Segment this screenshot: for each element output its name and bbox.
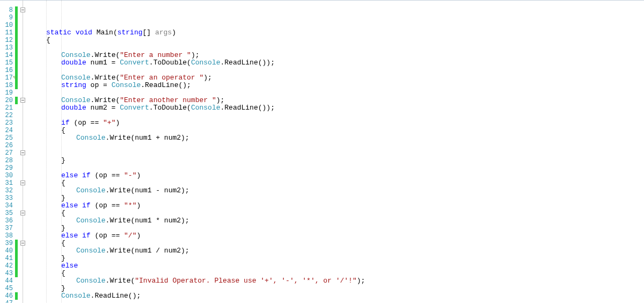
fold-toggle-icon[interactable] — [20, 241, 25, 246]
token-punc: . — [141, 81, 145, 89]
code-line[interactable] — [31, 300, 644, 303]
code-line[interactable]: else if (op == "-") — [31, 172, 644, 179]
line-number: 47 — [0, 300, 13, 303]
indent-guide — [61, 1, 62, 303]
code-line[interactable]: Console.Write("Invalid Operator. Please … — [31, 277, 644, 285]
token-kw: static — [46, 28, 71, 37]
code-line[interactable]: Console.Write(num1 - num2); — [31, 187, 644, 194]
line-number: 10 — [0, 21, 13, 29]
token-id: Write — [94, 96, 115, 104]
code-line[interactable]: { — [31, 127, 644, 134]
token-str: "Enter another number " — [120, 96, 216, 104]
code-line[interactable]: } — [31, 285, 644, 292]
code-line[interactable]: Console.Write("Enter an operator "); — [31, 74, 644, 82]
token-punc: ( — [187, 104, 191, 112]
code-line[interactable]: { — [31, 240, 644, 247]
token-type: Console — [76, 186, 106, 194]
code-line[interactable]: Console.Write("Enter another number "); — [31, 97, 644, 104]
token-punc: (); — [178, 81, 191, 89]
code-line[interactable]: Console.Write("Enter a number "); — [31, 52, 644, 59]
code-editor[interactable]: 8910111213141516171819202122232425262728… — [0, 0, 644, 303]
code-line[interactable]: } — [31, 157, 644, 164]
line-number: 34 — [0, 202, 13, 210]
code-line[interactable]: { — [31, 270, 644, 277]
code-line[interactable]: { — [31, 37, 644, 44]
token-kw: if — [82, 232, 91, 240]
token-str: "-" — [124, 171, 136, 179]
code-line[interactable]: double num2 = Convert.ToDouble(Console.R… — [31, 104, 644, 112]
token-type: Console — [61, 292, 91, 300]
token-punc: { — [61, 209, 65, 217]
line-number: 13 — [0, 44, 13, 52]
code-line[interactable] — [31, 149, 644, 157]
code-line[interactable]: } — [31, 194, 644, 202]
code-line[interactable]: { — [31, 210, 644, 217]
line-number: 11 — [0, 29, 13, 37]
code-line[interactable] — [31, 67, 644, 74]
codelens-references[interactable]: 0 references — [46, 0, 81, 1]
code-line[interactable]: else if (op == "/") — [31, 232, 644, 240]
line-number: 14 — [0, 52, 13, 59]
token-punc: { — [61, 239, 65, 247]
code-line[interactable]: } — [31, 225, 644, 232]
line-number: 21 — [0, 104, 13, 112]
token-id — [78, 201, 82, 210]
token-str: "Invalid Operator. Please use '+', '-', … — [135, 277, 356, 285]
code-line[interactable]: Console.Write(num1 * num2); — [31, 217, 644, 225]
fold-toggle-icon[interactable] — [20, 98, 25, 103]
code-line[interactable]: } — [31, 255, 644, 262]
token-id: num2 = — [86, 104, 120, 112]
token-type: Console — [61, 96, 91, 104]
token-id: ReadLine — [224, 104, 258, 112]
code-line[interactable]: Console.Write(num1 + num2); — [31, 134, 644, 142]
code-line[interactable] — [31, 142, 644, 149]
token-punc: (num1 + num2); — [130, 134, 189, 142]
fold-toggle-icon[interactable] — [20, 150, 25, 155]
code-line[interactable]: string op = Console.ReadLine(); — [31, 82, 644, 89]
token-id: (op == — [91, 232, 124, 240]
code-line[interactable]: else if (op == "*") — [31, 202, 644, 210]
token-punc: ) — [136, 171, 141, 179]
code-line[interactable] — [31, 89, 644, 97]
token-punc: } — [61, 254, 65, 262]
token-type: Console — [191, 104, 221, 112]
line-number: 26 — [0, 142, 13, 149]
token-punc: ); — [191, 51, 200, 59]
token-id — [78, 232, 82, 240]
line-number: 36 — [0, 217, 13, 225]
code-line[interactable]: Console.ReadLine(); — [31, 292, 644, 300]
code-line[interactable]: Console.Write(num1 / num2); — [31, 247, 644, 255]
token-id: Write — [94, 51, 115, 59]
fold-toggle-icon[interactable] — [20, 181, 25, 185]
token-id: Write — [109, 186, 130, 194]
token-id — [78, 171, 82, 179]
token-type: Console — [76, 134, 106, 142]
token-punc: { — [46, 36, 50, 44]
code-lines[interactable]: static void Main(string[] args){Console.… — [31, 23, 644, 303]
line-number: 24 — [0, 127, 13, 134]
token-param: args — [155, 28, 172, 37]
code-line[interactable] — [31, 112, 644, 119]
line-number: 28 — [0, 157, 13, 164]
line-number: 29 — [0, 164, 13, 172]
line-number: 45 — [0, 285, 13, 292]
outline-fold-bar[interactable] — [18, 1, 29, 303]
code-area[interactable]: 0 references static void Main(string[] a… — [29, 1, 644, 303]
code-line[interactable] — [31, 44, 644, 52]
token-punc: ()); — [258, 104, 275, 112]
code-line[interactable]: double num1 = Convert.ToDouble(Console.R… — [31, 59, 644, 67]
token-kw: void — [76, 28, 92, 37]
token-punc: ( — [113, 28, 118, 37]
token-kw: else — [61, 232, 78, 240]
fold-toggle-icon[interactable] — [20, 211, 25, 215]
code-line[interactable]: if (op == "+") — [31, 119, 644, 127]
code-line[interactable]: { — [31, 179, 644, 187]
code-line[interactable]: else — [31, 262, 644, 270]
code-line[interactable]: static void Main(string[] args) — [31, 29, 644, 37]
fold-toggle-icon[interactable] — [20, 8, 25, 12]
token-punc: ); — [216, 96, 225, 104]
token-punc: ( — [187, 59, 191, 67]
code-line[interactable] — [31, 164, 644, 172]
line-number-gutter: 8910111213141516171819202122232425262728… — [0, 1, 15, 303]
line-number: 38 — [0, 232, 13, 240]
